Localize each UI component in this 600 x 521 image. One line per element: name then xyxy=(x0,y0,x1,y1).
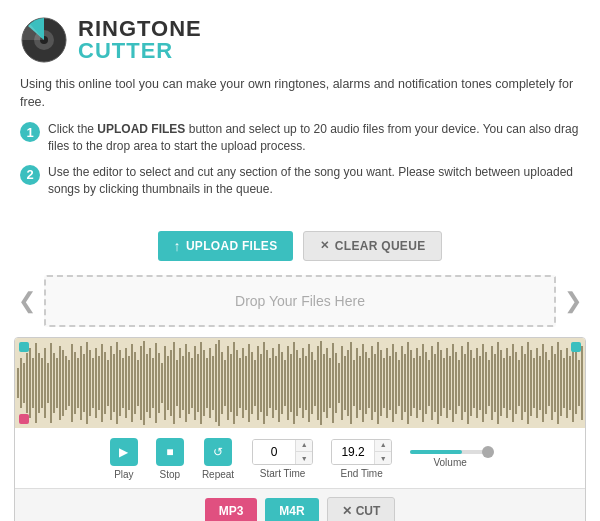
svg-rect-150 xyxy=(458,360,460,406)
svg-rect-130 xyxy=(398,360,400,406)
step-text-1: Click the UPLOAD FILES button and select… xyxy=(48,121,580,156)
svg-rect-180 xyxy=(548,360,550,406)
next-arrow[interactable]: ❯ xyxy=(556,288,590,314)
svg-rect-64 xyxy=(200,342,202,424)
svg-rect-23 xyxy=(77,358,79,408)
cut-button[interactable]: ✕ CUT xyxy=(327,497,396,521)
svg-rect-32 xyxy=(104,352,106,414)
upload-files-button[interactable]: ↑ UPLOAD FILES xyxy=(158,231,294,261)
svg-rect-24 xyxy=(80,346,82,420)
svg-rect-30 xyxy=(98,356,100,410)
volume-thumb[interactable] xyxy=(482,446,494,458)
start-time-spinners: ▲ ▼ xyxy=(295,439,312,465)
svg-rect-73 xyxy=(227,346,229,420)
svg-rect-33 xyxy=(107,360,109,406)
svg-rect-158 xyxy=(482,344,484,422)
svg-rect-154 xyxy=(470,350,472,416)
svg-rect-143 xyxy=(437,342,439,424)
step-1-bold: UPLOAD FILES xyxy=(97,122,185,136)
svg-rect-59 xyxy=(185,344,187,422)
svg-rect-77 xyxy=(239,358,241,408)
end-time-input-wrap[interactable]: ▲ ▼ xyxy=(331,439,392,465)
svg-rect-144 xyxy=(440,350,442,416)
svg-rect-28 xyxy=(92,358,94,408)
svg-rect-79 xyxy=(245,356,247,410)
start-time-input-wrap[interactable]: ▲ ▼ xyxy=(252,439,313,465)
volume-track[interactable] xyxy=(410,450,490,454)
step-2: 2 Use the editor to select and cut any s… xyxy=(20,164,580,199)
svg-rect-104 xyxy=(320,341,322,425)
svg-rect-184 xyxy=(560,350,562,416)
svg-rect-55 xyxy=(173,342,175,424)
end-time-down[interactable]: ▼ xyxy=(375,452,391,465)
svg-rect-70 xyxy=(218,340,220,426)
start-time-up[interactable]: ▲ xyxy=(296,439,312,452)
clear-label: CLEAR QUEUE xyxy=(335,239,426,253)
logo-cutter: CUTTER xyxy=(78,40,202,62)
svg-rect-189 xyxy=(575,352,577,414)
svg-rect-170 xyxy=(518,360,520,406)
svg-rect-109 xyxy=(335,353,337,413)
waveform-handle-right[interactable] xyxy=(571,342,581,352)
stop-button[interactable]: ■ Stop xyxy=(156,438,184,480)
svg-rect-183 xyxy=(557,342,559,424)
play-label: Play xyxy=(114,469,133,480)
step-number-2: 2 xyxy=(20,165,40,185)
svg-rect-172 xyxy=(524,354,526,412)
svg-rect-27 xyxy=(89,350,91,416)
svg-rect-137 xyxy=(419,356,421,410)
svg-rect-173 xyxy=(527,342,529,424)
end-time-input[interactable] xyxy=(332,440,374,464)
upload-label: UPLOAD FILES xyxy=(186,239,278,253)
svg-rect-13 xyxy=(47,363,49,403)
app-description: Using this online tool you can make your… xyxy=(0,72,600,121)
repeat-button[interactable]: ↺ Repeat xyxy=(202,438,234,480)
play-button[interactable]: ▶ Play xyxy=(110,438,138,480)
waveform-container[interactable] xyxy=(15,338,585,428)
clear-queue-button[interactable]: ✕ CLEAR QUEUE xyxy=(303,231,442,261)
svg-rect-18 xyxy=(62,350,64,416)
action-buttons: ↑ UPLOAD FILES ✕ CLEAR QUEUE xyxy=(0,221,600,275)
svg-rect-126 xyxy=(386,348,388,418)
svg-rect-122 xyxy=(374,354,376,412)
export-mp3-button[interactable]: MP3 xyxy=(205,498,258,521)
svg-rect-120 xyxy=(368,358,370,408)
start-time-down[interactable]: ▼ xyxy=(296,452,312,465)
end-time-up[interactable]: ▲ xyxy=(375,439,391,452)
repeat-label: Repeat xyxy=(202,469,234,480)
export-m4r-button[interactable]: M4R xyxy=(265,498,318,521)
svg-rect-127 xyxy=(389,356,391,410)
svg-rect-20 xyxy=(68,360,70,406)
svg-rect-136 xyxy=(416,348,418,418)
svg-rect-141 xyxy=(431,346,433,420)
svg-rect-191 xyxy=(581,346,583,420)
svg-rect-155 xyxy=(473,358,475,408)
waveform-handle-left[interactable] xyxy=(19,342,29,352)
svg-rect-52 xyxy=(164,346,166,420)
end-time-label: End Time xyxy=(341,468,383,479)
svg-rect-179 xyxy=(545,352,547,414)
volume-control[interactable]: Volume xyxy=(410,450,490,468)
svg-rect-149 xyxy=(455,352,457,414)
svg-rect-3 xyxy=(17,368,19,398)
svg-rect-75 xyxy=(233,342,235,424)
svg-rect-46 xyxy=(146,354,148,412)
svg-rect-81 xyxy=(251,352,253,414)
svg-rect-5 xyxy=(23,363,25,403)
waveform-playhead[interactable] xyxy=(19,414,29,424)
svg-rect-89 xyxy=(275,356,277,410)
steps-list: 1 Click the UPLOAD FILES button and sele… xyxy=(0,121,600,221)
svg-rect-68 xyxy=(212,356,214,410)
svg-rect-9 xyxy=(35,343,37,423)
svg-rect-29 xyxy=(95,348,97,418)
svg-rect-114 xyxy=(350,342,352,424)
start-time-input[interactable] xyxy=(253,440,295,464)
svg-rect-156 xyxy=(476,348,478,418)
svg-rect-34 xyxy=(110,346,112,420)
drop-zone[interactable]: Drop Your Files Here xyxy=(44,275,556,327)
prev-arrow[interactable]: ❮ xyxy=(10,288,44,314)
svg-rect-50 xyxy=(158,353,160,413)
svg-rect-72 xyxy=(224,360,226,406)
svg-rect-65 xyxy=(203,350,205,416)
svg-rect-41 xyxy=(131,344,133,422)
